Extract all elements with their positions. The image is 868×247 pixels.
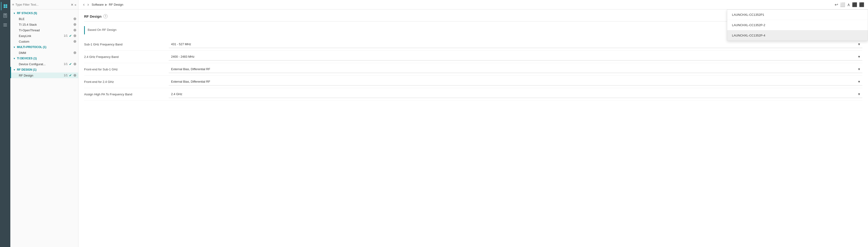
device-config-add-btn[interactable]: ⊕ xyxy=(73,62,76,66)
svg-rect-1 xyxy=(6,4,7,6)
rf-design-chevron: ▼ xyxy=(13,68,16,71)
ghz24-row: 2.4 GHz Frequency Band 2400 - 2483 MHz ▾ xyxy=(84,51,862,63)
easylink-check-icon: ✔ xyxy=(69,34,72,38)
ghz24-value: 2400 - 2483 MHz ▾ xyxy=(169,53,862,60)
sidebar-header-icons: ✕ « xyxy=(71,3,76,7)
svg-rect-3 xyxy=(6,6,7,8)
icon-bar xyxy=(0,0,10,247)
rf-stacks-header[interactable]: ▼ RF STACKS (5) xyxy=(10,10,78,16)
ti154-item[interactable]: TI 15.4 Stack ⊕ xyxy=(10,22,78,27)
multi-protocol-header[interactable]: ▼ MULTI-PROTOCOL (1) xyxy=(10,44,78,50)
rf-design-item[interactable]: RF Design 1/1 ✔ ⊕ xyxy=(10,73,78,78)
toolbar-nav: ‹ › xyxy=(82,2,90,7)
clear-filter-icon[interactable]: ✕ xyxy=(71,3,73,7)
dropdown-overlay: LAUNCHXL-CC1352P1 LAUNCHXL-CC1352P-2 LAU… xyxy=(727,9,868,41)
form-title-text: RF Design xyxy=(84,15,101,18)
ghz24-chevron-down-icon: ▾ xyxy=(858,54,860,59)
calculator-icon-btn[interactable] xyxy=(1,11,9,20)
svg-rect-5 xyxy=(4,14,6,15)
frontend-sub1ghz-value: External Bias, Differential RF ▾ xyxy=(169,65,862,73)
undo-icon[interactable]: ↩ xyxy=(835,2,838,7)
list-icon-btn[interactable] xyxy=(1,21,9,29)
custom-label: Custom xyxy=(19,40,72,43)
multi-protocol-label: MULTI-PROTOCOL (1) xyxy=(17,46,46,49)
dmm-add-btn[interactable]: ⊕ xyxy=(73,51,76,55)
ti-devices-section: ▼ TI DEVICES (1) Device Configurat... 1/… xyxy=(10,56,78,67)
rf-design-add-btn[interactable]: ⊕ xyxy=(73,74,76,77)
rf-stacks-label: RF STACKS (5) xyxy=(17,11,37,15)
custom-item[interactable]: Custom ⊕ xyxy=(10,38,78,44)
device-config-check-icon: ✔ xyxy=(69,62,72,66)
filter-input[interactable] xyxy=(16,3,69,6)
device-config-item[interactable]: Device Configurat... 1/1 ✔ ⊕ xyxy=(10,61,78,67)
ti-devices-chevron: ▼ xyxy=(13,57,16,60)
layers-icon-btn[interactable] xyxy=(1,2,9,10)
device-config-count: 1/1 xyxy=(64,62,68,66)
ti-devices-header[interactable]: ▼ TI DEVICES (1) xyxy=(10,56,78,61)
ghz24-dropdown-value: 2400 - 2483 MHz xyxy=(171,55,194,58)
high-pa-chevron-down-icon: ▾ xyxy=(858,92,860,96)
frontend-sub1ghz-label: Front-end for Sub-1 GHz xyxy=(84,67,169,71)
rf-design-item-label: RF Design xyxy=(19,74,62,77)
svg-rect-9 xyxy=(4,16,5,17)
expand-icon[interactable]: ∧ xyxy=(847,2,850,7)
rf-design-header[interactable]: ▼ RF DESIGN (1) xyxy=(10,67,78,73)
forward-button[interactable]: › xyxy=(87,2,90,7)
openthread-add-btn[interactable]: ⊕ xyxy=(73,28,76,32)
high-pa-dropdown[interactable]: 2.4 GHz ▾ xyxy=(169,90,862,98)
ble-item[interactable]: BLE ⊕ xyxy=(10,16,78,22)
svg-rect-12 xyxy=(3,24,7,24)
frontend-sub1ghz-dropdown[interactable]: External Bias, Differential RF ▾ xyxy=(169,65,862,73)
dropdown-item-2[interactable]: LAUNCHXL-CC1352P-4 xyxy=(727,30,868,40)
content-area: RF Design ? Based On RF Design Sub-1 GHz… xyxy=(79,9,868,247)
high-pa-row: Assign High PA To Frequency Band 2.4 GHz… xyxy=(84,88,862,101)
dropdown-item-0[interactable]: LAUNCHXL-CC1352P1 xyxy=(727,10,868,20)
collapse-icon[interactable]: « xyxy=(74,3,76,7)
rf-design-section-label: RF DESIGN (1) xyxy=(17,68,36,71)
sub1ghz-dropdown-value: 431 - 527 MHz xyxy=(171,43,191,46)
high-pa-dropdown-value: 2.4 GHz xyxy=(171,92,182,96)
svg-rect-10 xyxy=(5,16,6,17)
easylink-item[interactable]: EasyLink 1/1 ✔ ⊕ xyxy=(10,33,78,38)
filter-icon: ≡ xyxy=(12,3,14,6)
ble-add-btn[interactable]: ⊕ xyxy=(73,17,76,21)
back-button[interactable]: ‹ xyxy=(82,2,86,7)
top-right-icons: ↩ ⬜ ∧ ⬛ ⬛ xyxy=(835,2,864,7)
svg-rect-7 xyxy=(5,15,6,16)
ghz24-dropdown[interactable]: 2400 - 2483 MHz ▾ xyxy=(169,53,862,60)
rf-stacks-section: ▼ RF STACKS (5) BLE ⊕ TI 15.4 Stack ⊕ TI… xyxy=(10,10,78,44)
sub1ghz-dropdown[interactable]: 431 - 527 MHz ▾ xyxy=(169,40,862,48)
frontend-24ghz-row: Front-end for 2.4 GHz External Bias, Dif… xyxy=(84,76,862,88)
svg-rect-8 xyxy=(6,15,6,16)
high-pa-label: Assign High PA To Frequency Band xyxy=(84,92,169,96)
frontend-sub1ghz-chevron-down-icon: ▾ xyxy=(858,67,860,71)
maximize-icon[interactable]: ⬜ xyxy=(840,2,845,7)
dropdown-item-1[interactable]: LAUNCHXL-CC1352P-2 xyxy=(727,20,868,30)
easylink-add-btn[interactable]: ⊕ xyxy=(73,34,76,38)
breadcrumb-software[interactable]: Software xyxy=(92,3,104,6)
frontend-24ghz-chevron-down-icon: ▾ xyxy=(858,79,860,84)
easylink-label: EasyLink xyxy=(19,34,62,38)
frontend-sub1ghz-dropdown-value: External Bias, Differential RF xyxy=(171,67,210,71)
dmm-item[interactable]: DMM ⊕ xyxy=(10,50,78,56)
ti154-add-btn[interactable]: ⊕ xyxy=(73,23,76,26)
svg-rect-14 xyxy=(3,26,7,26)
sub1ghz-label: Sub-1 GHz Frequency Band xyxy=(84,43,169,46)
breadcrumb-rf-design[interactable]: RF Design xyxy=(109,3,123,6)
ghz24-label: 2.4 GHz Frequency Band xyxy=(84,55,169,59)
ble-label: BLE xyxy=(19,17,72,21)
ti154-label: TI 15.4 Stack xyxy=(19,23,72,26)
openthread-item[interactable]: TI-OpenThread ⊕ xyxy=(10,27,78,33)
sub1ghz-chevron-down-icon: ▾ xyxy=(858,42,860,46)
more-icon[interactable]: ⬛ xyxy=(859,2,864,7)
custom-add-btn[interactable]: ⊕ xyxy=(73,39,76,43)
main: ‹ › Software ▶ RF Design ↩ ⬜ ∧ ⬛ ⬛ RF De… xyxy=(79,0,868,247)
svg-rect-2 xyxy=(4,6,5,8)
frontend-24ghz-dropdown[interactable]: External Bias, Differential RF ▾ xyxy=(169,78,862,85)
breadcrumb-separator: ▶ xyxy=(105,3,107,6)
pin-icon[interactable]: ⬛ xyxy=(852,2,857,7)
rf-design-check-icon: ✔ xyxy=(69,74,72,77)
help-icon[interactable]: ? xyxy=(103,14,107,18)
easylink-count: 1/1 xyxy=(64,34,68,37)
svg-rect-6 xyxy=(4,15,5,16)
